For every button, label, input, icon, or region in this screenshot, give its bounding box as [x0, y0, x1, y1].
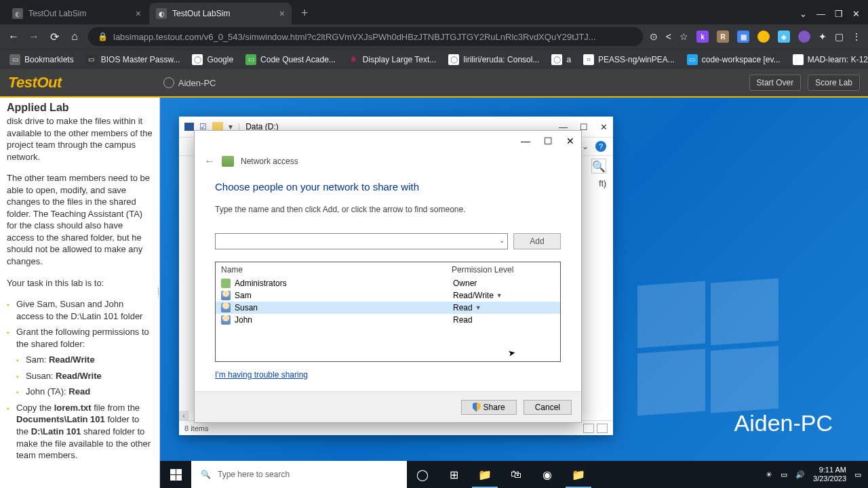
extension-icon[interactable]: ◆ — [778, 30, 790, 43]
reload-icon[interactable]: ⟳ — [47, 30, 61, 43]
user-icon — [221, 291, 231, 300]
bookmark-item[interactable]: ▭code-workspace [ev... — [687, 54, 781, 65]
extension-icon[interactable] — [757, 30, 770, 43]
score-lab-button[interactable]: Score Lab — [808, 75, 860, 91]
bookmark-item[interactable]: ◯Google — [192, 54, 233, 65]
shield-icon — [473, 403, 481, 412]
close-icon[interactable]: ✕ — [566, 136, 574, 146]
start-button[interactable] — [160, 461, 191, 488]
help-icon[interactable]: ? — [595, 141, 606, 152]
location-icon[interactable]: ⊙ — [650, 31, 658, 42]
store-icon[interactable]: 🛍 — [500, 461, 532, 488]
lab-instructions: Applied Lab disk drive to make the files… — [0, 98, 160, 488]
share-button[interactable]: Share — [461, 400, 517, 415]
bookmark-item[interactable]: ◯liriliri/eruda: Consol... — [448, 54, 539, 65]
ribbon-expand-icon[interactable]: ⌄ — [582, 142, 589, 151]
share-icon[interactable]: < — [666, 31, 671, 42]
add-button[interactable]: Add — [513, 233, 561, 249]
chevron-down-icon: ⌄ — [499, 237, 505, 244]
share-row[interactable]: Administrators Owner — [216, 277, 560, 289]
account-icon[interactable]: ▢ — [835, 31, 844, 42]
tab-title: TestOut LabSim — [172, 9, 230, 18]
bookmark-item[interactable]: ▭Bookmarklets — [9, 54, 74, 65]
task-item: Give Sam, Susan and John access to the D… — [16, 298, 153, 322]
minimize-icon[interactable]: — — [816, 9, 825, 19]
bookmark-item[interactable]: ○PEASS-ng/winPEA... — [583, 54, 675, 65]
browser-tab[interactable]: ◐ TestOut LabSim × — [5, 3, 148, 24]
share-row[interactable]: John Read — [216, 314, 560, 326]
taskbar-search[interactable]: 🔍 Type here to search — [191, 461, 407, 488]
network-icon[interactable]: ▭ — [781, 470, 787, 479]
col-name: Name — [221, 265, 452, 274]
logo: TestOut — [8, 74, 62, 92]
status-item-count: 8 items — [184, 424, 208, 432]
user-icon — [221, 315, 231, 325]
tab-title: TestOut LabSim — [28, 9, 86, 18]
bookmark-item[interactable]: ✻Display Large Text... — [348, 54, 437, 65]
address-bar: ← → ⟳ ⌂ 🔒 labsimapp.testout.com/v6_0_543… — [0, 24, 868, 49]
bookmark-item[interactable]: ▭BIOS Master Passw... — [86, 54, 180, 65]
weather-icon[interactable]: ☀ — [766, 470, 772, 479]
bookmark-item[interactable]: ◯a — [551, 54, 571, 65]
bookmark-item[interactable]: ▭Code Quest Acade... — [245, 54, 336, 65]
close-icon[interactable]: ✕ — [852, 9, 860, 19]
menu-icon[interactable]: ⋮ — [852, 31, 861, 42]
back-icon[interactable]: ← — [7, 30, 20, 43]
share-user-combo[interactable]: ⌄ — [215, 233, 508, 249]
notifications-icon[interactable]: ▭ — [854, 470, 861, 479]
pc-selector[interactable]: Aiden-PC — [163, 77, 216, 88]
cancel-button[interactable]: Cancel — [524, 400, 572, 415]
new-tab-button[interactable]: + — [293, 6, 317, 24]
task-item: Copy the lorem.txt file from the Documen… — [16, 402, 153, 462]
back-icon[interactable]: ← — [204, 155, 215, 167]
dialog-heading: Choose people on your network to share w… — [215, 181, 561, 192]
extension-icon[interactable]: ▦ — [737, 30, 749, 43]
lab-title: Applied Lab — [7, 102, 153, 114]
minimize-icon[interactable]: — — [521, 136, 530, 146]
task-view-icon[interactable]: ◯ — [407, 461, 438, 488]
browser-tab-active[interactable]: ◐ TestOut LabSim × — [149, 3, 292, 24]
volume-icon[interactable]: 🔊 — [795, 470, 805, 479]
chevron-down-icon[interactable]: ⌄ — [800, 9, 807, 19]
chrome-icon[interactable]: ◉ — [532, 461, 563, 488]
clock[interactable]: 9:11 AM 3/23/2023 — [813, 466, 846, 483]
resize-grip[interactable]: ⋮⋮⋮ — [155, 287, 160, 296]
file-explorer-icon[interactable]: 📁 — [563, 461, 594, 488]
task-item: Grant the following permissions to the s… — [16, 326, 153, 398]
nav-collapse-icon[interactable]: ‹ — [179, 411, 189, 420]
start-over-button[interactable]: Start Over — [749, 75, 802, 91]
home-icon[interactable]: ⌂ — [68, 30, 81, 43]
search-icon[interactable]: 🔍 — [591, 159, 606, 174]
extension-icon[interactable] — [798, 30, 810, 43]
share-row-selected[interactable]: Susan Read▼ — [216, 302, 560, 314]
close-icon[interactable]: × — [136, 8, 141, 19]
star-icon[interactable]: ☆ — [679, 31, 688, 42]
simulated-desktop[interactable]: Aiden-PC ☑ ▾ | Data (D:) — ☐ ✕ ⌄ ? — [160, 98, 868, 488]
bookmark-item[interactable]: ▭MAD-learn: K-12 Le... — [793, 54, 868, 65]
dialog-subtext: Type the name and then click Add, or cli… — [215, 205, 561, 214]
share-row[interactable]: Sam Read/Write▼ — [216, 289, 560, 302]
help-link[interactable]: I'm having trouble sharing — [215, 370, 308, 380]
bookmarks-bar: ▭Bookmarklets ▭BIOS Master Passw... ◯Goo… — [0, 49, 868, 69]
url-input[interactable]: 🔒 labsimapp.testout.com/v6_0_543/simwind… — [88, 27, 643, 46]
cortana-icon[interactable]: ⊞ — [438, 461, 469, 488]
view-icons-icon[interactable] — [597, 424, 608, 433]
extension-icon[interactable]: k — [696, 30, 709, 43]
forward-icon[interactable]: → — [27, 30, 41, 43]
maximize-icon[interactable]: ☐ — [544, 136, 553, 146]
chevron-down-icon[interactable]: ▼ — [475, 304, 481, 311]
extensions-icon[interactable]: ✦ — [818, 31, 827, 42]
users-icon — [222, 156, 234, 167]
lock-icon: 🔒 — [98, 32, 108, 41]
view-details-icon[interactable] — [583, 424, 594, 433]
window-controls: ⌄ — ❐ ✕ — [800, 9, 868, 24]
close-icon[interactable]: ✕ — [600, 122, 608, 132]
restore-icon[interactable]: ❐ — [835, 9, 843, 19]
extension-icon[interactable]: R — [717, 30, 729, 43]
network-access-dialog: — ☐ ✕ ← Network access Choose people on … — [194, 130, 582, 423]
chevron-down-icon[interactable]: ▼ — [496, 292, 502, 299]
file-explorer-icon[interactable]: 📁 — [469, 461, 500, 488]
close-icon[interactable]: × — [279, 8, 285, 19]
taskbar: 🔍 Type here to search ◯ ⊞ 📁 🛍 ◉ 📁 ☀ ▭ 🔊 … — [160, 461, 868, 488]
share-table: Name Permission Level Administrators Own… — [215, 262, 561, 362]
